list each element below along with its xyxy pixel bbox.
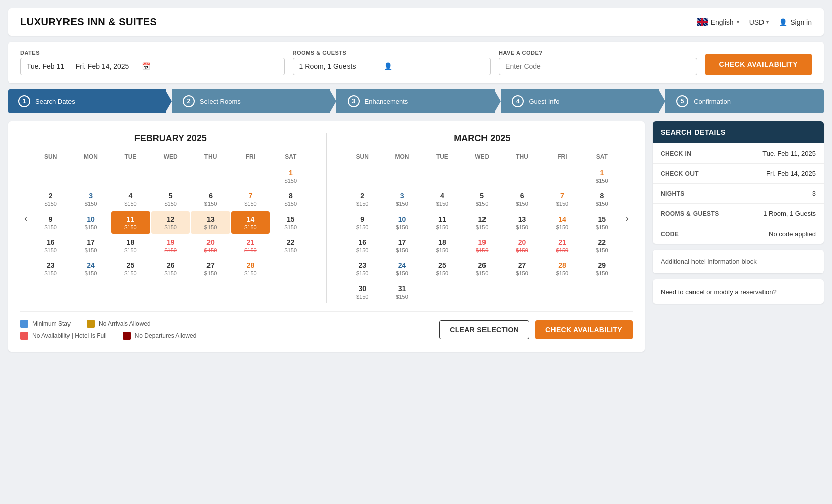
feb-4[interactable]: 4$150 <box>111 188 150 210</box>
mar-5[interactable]: 5$150 <box>463 188 502 210</box>
feb-empty <box>191 165 230 187</box>
signin-button[interactable]: 👤 Sign in <box>779 18 812 26</box>
mar-14[interactable]: 14$150 <box>542 211 581 234</box>
feb-18[interactable]: 18$150 <box>111 235 150 257</box>
mar-25[interactable]: 25$150 <box>423 258 461 280</box>
clear-selection-button[interactable]: CLEAR SELECTION <box>439 320 529 339</box>
mar-20[interactable]: 20$150 <box>503 235 541 257</box>
mar-13[interactable]: 13$150 <box>503 211 541 234</box>
mar-empty <box>383 165 422 187</box>
mar-12[interactable]: 12$150 <box>463 211 502 234</box>
code-row: CODE No code applied <box>653 224 824 244</box>
col-fri: FRI <box>542 150 581 164</box>
mar-17[interactable]: 17$150 <box>383 235 422 257</box>
feb-16[interactable]: 16$150 <box>31 235 70 257</box>
currency-selector[interactable]: USD ▾ <box>749 18 769 26</box>
feb-27[interactable]: 27$150 <box>191 258 230 280</box>
language-selector[interactable]: English ▾ <box>697 18 739 26</box>
step-1-num: 1 <box>18 95 30 107</box>
mar-2[interactable]: 2$150 <box>343 188 382 210</box>
feb-13[interactable]: 13$150 <box>191 211 230 234</box>
feb-28[interactable]: 28$150 <box>231 258 270 280</box>
feb-21[interactable]: 21$150 <box>231 235 270 257</box>
mar-23[interactable]: 23$150 <box>343 258 382 280</box>
col-sun: SUN <box>31 150 70 164</box>
check-availability-bottom-button[interactable]: CHECK AVAILABILITY <box>535 320 633 339</box>
feb-6[interactable]: 6$150 <box>191 188 230 210</box>
feb-7[interactable]: 7$150 <box>231 188 270 210</box>
person-icon: 👤 <box>779 18 787 26</box>
feb-25[interactable]: 25$150 <box>111 258 150 280</box>
mar-1[interactable]: 1$150 <box>583 165 621 187</box>
feb-11[interactable]: 11$150 <box>111 211 150 234</box>
step-5-confirmation[interactable]: 5 Confirmation <box>665 89 824 113</box>
mar-9[interactable]: 9$150 <box>343 211 382 234</box>
feb-15[interactable]: 15$150 <box>271 211 310 234</box>
no-arrivals-label: No Arrivals Allowed <box>99 320 151 327</box>
mar-21[interactable]: 21$150 <box>542 235 581 257</box>
feb-26[interactable]: 26$150 <box>151 258 190 280</box>
signin-label: Sign in <box>790 18 812 26</box>
mar-4[interactable]: 4$150 <box>423 188 461 210</box>
feb-9[interactable]: 9$150 <box>31 211 70 234</box>
mar-31[interactable]: 31$150 <box>383 281 422 303</box>
mar-empty <box>463 281 502 303</box>
feb-10[interactable]: 10$150 <box>71 211 110 234</box>
step-3-enhancements[interactable]: 3 Enhancements <box>336 89 495 113</box>
mar-empty <box>542 281 581 303</box>
cancel-modify-link[interactable]: Need to cancel or modify a reservation? <box>661 288 777 296</box>
mar-24[interactable]: 24$150 <box>383 258 422 280</box>
mar-6[interactable]: 6$150 <box>503 188 541 210</box>
feb-1[interactable]: 1$150 <box>271 165 310 187</box>
rooms-input[interactable] <box>299 62 380 70</box>
calendar-icon[interactable]: 📅 <box>142 62 150 70</box>
next-month-button[interactable]: › <box>621 211 633 226</box>
feb-22[interactable]: 22$150 <box>271 235 310 257</box>
step-4-guest-info[interactable]: 4 Guest Info <box>501 89 659 113</box>
step-2-select-rooms[interactable]: 2 Select Rooms <box>172 89 330 113</box>
dates-input[interactable] <box>27 62 137 70</box>
step-1-search-dates[interactable]: 1 Search Dates <box>8 89 166 113</box>
check-availability-header-button[interactable]: CHECK AVAILABILITY <box>705 54 812 75</box>
mar-empty <box>343 165 382 187</box>
mar-28[interactable]: 28$150 <box>542 258 581 280</box>
feb-empty <box>231 165 270 187</box>
mar-7[interactable]: 7$150 <box>542 188 581 210</box>
feb-14[interactable]: 14$150 <box>231 211 270 234</box>
step-5-num: 5 <box>676 95 688 107</box>
rooms-guests-row: ROOMS & GUESTS 1 Room, 1 Guests <box>653 204 824 224</box>
mar-10[interactable]: 10$150 <box>383 211 422 234</box>
mar-19[interactable]: 19$150 <box>463 235 502 257</box>
feb-12[interactable]: 12$150 <box>151 211 190 234</box>
feb-19[interactable]: 19$150 <box>151 235 190 257</box>
mar-27[interactable]: 27$150 <box>503 258 541 280</box>
mar-30[interactable]: 30$150 <box>343 281 382 303</box>
feb-17[interactable]: 17$150 <box>71 235 110 257</box>
feb-2[interactable]: 2$150 <box>31 188 70 210</box>
march-calendar: MARCH 2025 SUN MON TUE WED THU FRI SAT <box>343 133 622 303</box>
feb-20[interactable]: 20$150 <box>191 235 230 257</box>
mar-22[interactable]: 22$150 <box>583 235 621 257</box>
step-4-label: Guest Info <box>529 98 559 105</box>
nights-value: 3 <box>812 190 816 197</box>
prev-month-button[interactable]: ‹ <box>20 211 31 226</box>
legend-no-availability: No Availability | Hotel Is Full <box>20 332 107 340</box>
code-input[interactable] <box>505 62 596 70</box>
mar-3[interactable]: 3$150 <box>383 188 422 210</box>
mar-26[interactable]: 26$150 <box>463 258 502 280</box>
no-departures-label: No Departures Allowed <box>135 332 197 339</box>
hotel-info-block: Additional hotel information block <box>653 250 824 273</box>
mar-16[interactable]: 16$150 <box>343 235 382 257</box>
feb-5[interactable]: 5$150 <box>151 188 190 210</box>
feb-23[interactable]: 23$150 <box>31 258 70 280</box>
mar-8[interactable]: 8$150 <box>583 188 621 210</box>
checkout-row: CHECK OUT Fri. Feb 14, 2025 <box>653 164 824 184</box>
feb-8[interactable]: 8$150 <box>271 188 310 210</box>
mar-grid: SUN MON TUE WED THU FRI SAT <box>343 150 622 303</box>
feb-24[interactable]: 24$150 <box>71 258 110 280</box>
mar-11[interactable]: 11$150 <box>423 211 461 234</box>
mar-29[interactable]: 29$150 <box>583 258 621 280</box>
feb-3[interactable]: 3$150 <box>71 188 110 210</box>
mar-18[interactable]: 18$150 <box>423 235 461 257</box>
mar-15[interactable]: 15$150 <box>583 211 621 234</box>
